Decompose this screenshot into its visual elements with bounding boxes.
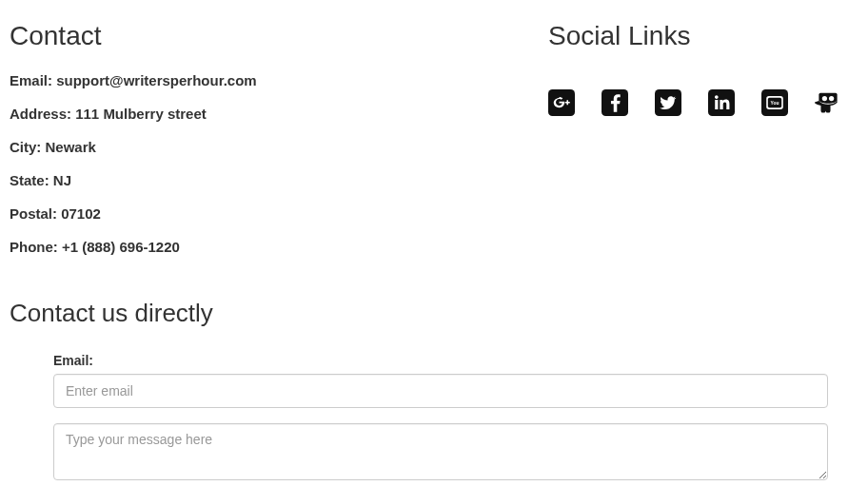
- svg-text:You: You: [771, 101, 779, 106]
- linkedin-icon[interactable]: [708, 89, 735, 116]
- contact-address-line: Address: 111 Mulberry street: [10, 106, 529, 122]
- facebook-icon[interactable]: [602, 89, 628, 116]
- contact-state-line: State: NJ: [10, 172, 529, 188]
- email-label: Email:: [53, 353, 828, 368]
- message-textarea[interactable]: [53, 423, 828, 480]
- contact-city-line: City: Newark: [10, 139, 529, 155]
- contact-heading: Contact: [10, 21, 529, 51]
- email-input[interactable]: [53, 374, 828, 408]
- contact-direct-heading: Contact us directly: [10, 299, 529, 328]
- contact-email-line: Email: support@writersperhour.com: [10, 72, 529, 88]
- slideshare-icon[interactable]: [815, 89, 841, 116]
- social-heading: Social Links: [548, 21, 858, 51]
- contact-phone-line: Phone: +1 (888) 696-1220: [10, 239, 529, 255]
- youtube-icon[interactable]: You: [761, 89, 788, 116]
- contact-postal-line: Postal: 07102: [10, 205, 529, 222]
- social-icons-row: You: [548, 89, 858, 116]
- google-plus-icon[interactable]: [548, 89, 575, 116]
- twitter-icon[interactable]: [655, 89, 681, 116]
- svg-point-8: [822, 96, 827, 101]
- svg-point-9: [829, 96, 834, 101]
